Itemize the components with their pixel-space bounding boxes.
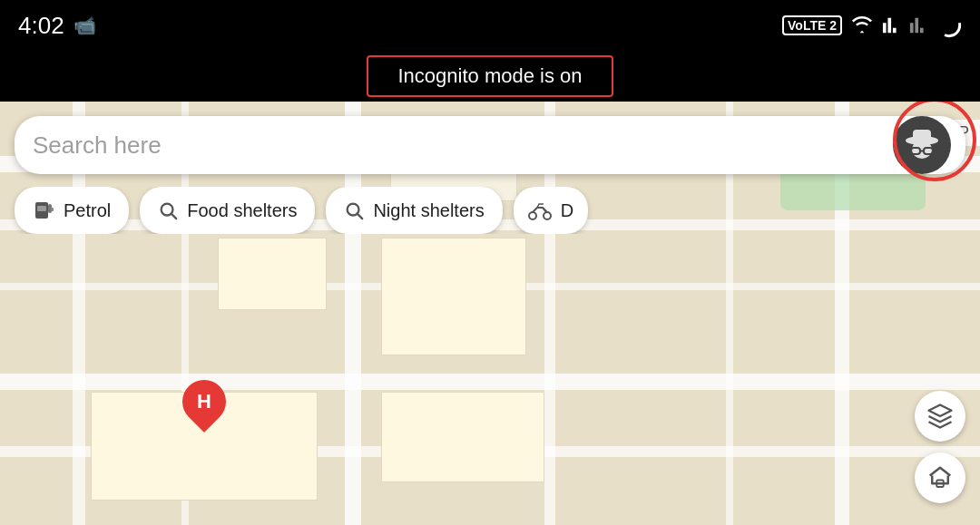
signal-icon-1 [882,15,902,35]
search-icon-food [158,200,178,220]
search-bar-container: Search here [0,102,980,174]
chip-night-shelters-label: Night shelters [373,200,484,221]
chip-night-shelters[interactable]: Night shelters [326,187,502,234]
status-time-group: 4:02 📹 [18,12,96,40]
svg-point-21 [544,212,551,219]
chip-d[interactable]: D [514,187,588,234]
chip-d-label: D [561,200,573,221]
status-bar: 4:02 📹 VoLTE 2 [0,0,980,51]
svg-line-17 [172,214,177,219]
svg-rect-13 [37,206,46,211]
wifi-icon [849,15,875,35]
loading-icon [936,13,962,38]
hospital-label: H [197,390,211,413]
status-icons: VoLTE 2 [782,13,962,38]
volte-badge: VoLTE 2 [782,15,842,35]
layers-icon [926,403,954,430]
search-icon-night [344,200,364,220]
hospital-marker: H [181,380,227,434]
chip-petrol-label: Petrol [64,200,111,221]
incognito-text: Incognito mode is on [367,55,612,97]
svg-point-0 [938,15,959,35]
clock: 4:02 [18,12,64,40]
search-placeholder[interactable]: Search here [33,131,897,160]
map-controls [915,391,965,503]
petrol-icon [33,199,54,222]
school-icon [926,464,954,491]
scooter-icon [528,200,552,220]
chips-row: Petrol Food shelters Night shelters D [0,187,980,234]
chip-petrol[interactable]: Petrol [15,187,129,234]
svg-rect-15 [51,208,54,211]
signal-icon-2 [909,15,929,35]
chip-food-shelters[interactable]: Food shelters [140,187,315,234]
svg-line-19 [358,214,363,219]
school-button[interactable] [915,452,965,503]
layers-button[interactable] [915,391,965,442]
incognito-banner: Incognito mode is on [0,51,980,102]
svg-point-20 [529,212,536,219]
chip-food-shelters-label: Food shelters [187,200,297,221]
incognito-ring-highlight [893,98,976,181]
camera-icon: 📹 [74,15,96,36]
search-bar[interactable]: Search here [15,116,965,174]
